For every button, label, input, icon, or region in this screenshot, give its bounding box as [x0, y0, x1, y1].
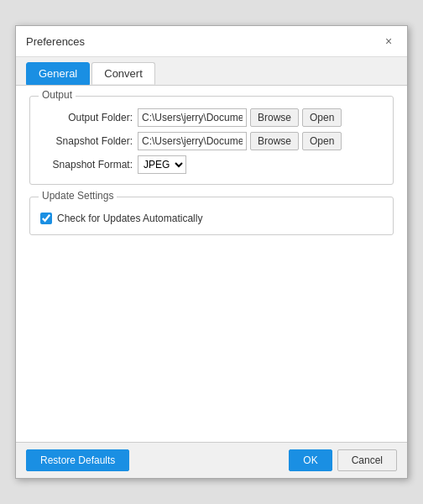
- snapshot-folder-input[interactable]: [138, 132, 247, 150]
- tab-content: Output Output Folder: Browse Open Snapsh…: [16, 86, 407, 442]
- footer-right-buttons: OK Cancel: [289, 449, 397, 471]
- output-folder-label: Output Folder:: [40, 112, 133, 123]
- restore-defaults-button[interactable]: Restore Defaults: [26, 449, 129, 471]
- output-folder-input[interactable]: [138, 108, 247, 127]
- update-section: Update Settings Check for Updates Automa…: [29, 197, 394, 235]
- tab-bar: General Convert: [16, 57, 407, 86]
- snapshot-folder-row: Snapshot Folder: Browse Open: [40, 132, 383, 150]
- snapshot-folder-open-button[interactable]: Open: [302, 132, 342, 150]
- snapshot-folder-browse-button[interactable]: Browse: [250, 132, 299, 150]
- snapshot-format-select[interactable]: JPEG PNG BMP: [138, 155, 186, 174]
- output-folder-row: Output Folder: Browse Open: [40, 108, 383, 127]
- title-bar: Preferences ×: [16, 26, 407, 57]
- ok-button[interactable]: OK: [289, 449, 332, 471]
- preferences-dialog: Preferences × General Convert Output Out…: [15, 25, 408, 479]
- output-section: Output Output Folder: Browse Open Snapsh…: [29, 96, 394, 185]
- snapshot-format-row: Snapshot Format: JPEG PNG BMP: [40, 155, 383, 174]
- snapshot-folder-label: Snapshot Folder:: [40, 135, 133, 147]
- check-updates-checkbox[interactable]: [40, 213, 52, 224]
- dialog-title: Preferences: [26, 35, 85, 48]
- snapshot-format-label: Snapshot Format:: [40, 159, 133, 171]
- output-folder-open-button[interactable]: Open: [302, 108, 342, 127]
- check-updates-label[interactable]: Check for Updates Automatically: [57, 213, 202, 224]
- output-folder-browse-button[interactable]: Browse: [250, 108, 299, 127]
- tab-general[interactable]: General: [26, 62, 90, 85]
- output-section-title: Output: [39, 89, 76, 101]
- dialog-footer: Restore Defaults OK Cancel: [16, 442, 407, 478]
- update-section-title: Update Settings: [39, 190, 117, 202]
- check-updates-row: Check for Updates Automatically: [40, 213, 383, 224]
- cancel-button[interactable]: Cancel: [337, 449, 397, 471]
- tab-convert[interactable]: Convert: [91, 62, 155, 85]
- close-button[interactable]: ×: [380, 33, 397, 50]
